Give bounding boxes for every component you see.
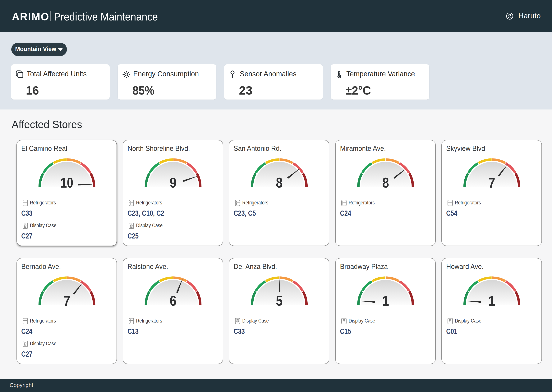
- svg-text:10: 10: [61, 175, 73, 191]
- svg-text:7: 7: [488, 175, 495, 191]
- svg-text:1: 1: [488, 293, 495, 309]
- svg-text:8: 8: [276, 175, 283, 191]
- svg-text:5: 5: [276, 293, 283, 309]
- svg-text:7: 7: [64, 293, 70, 309]
- svg-text:9: 9: [170, 175, 176, 191]
- svg-text:8: 8: [382, 175, 389, 191]
- svg-text:6: 6: [170, 293, 176, 309]
- svg-text:1: 1: [382, 293, 389, 309]
